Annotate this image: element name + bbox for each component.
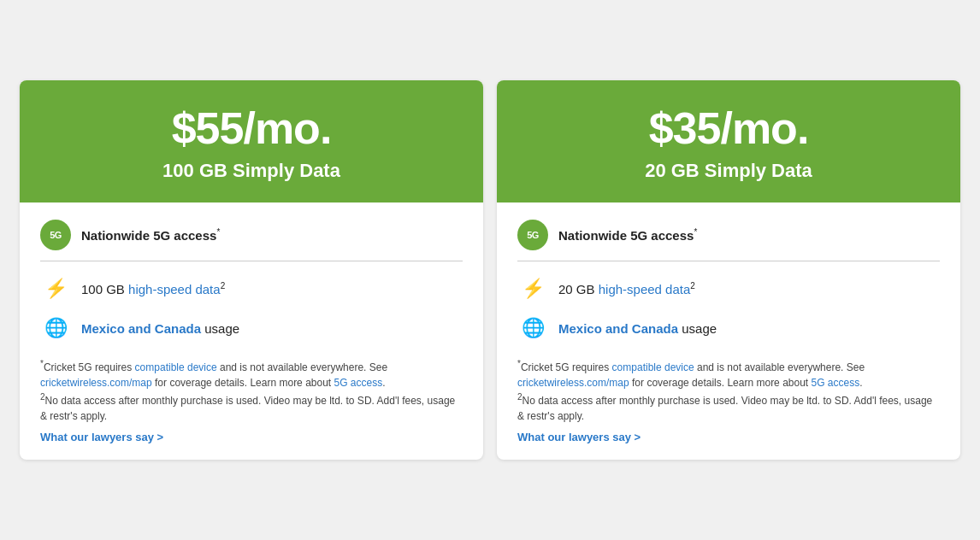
footnote-end-35: for coverage details. Learn more about — [629, 377, 812, 389]
5g-badge-35: 5G — [517, 220, 548, 250]
feature-5g-label-35: Nationwide 5G access — [558, 228, 694, 243]
plan-price-35: $35/mo. — [514, 104, 943, 153]
footnote-pre-55: Cricket 5G requires — [44, 361, 135, 373]
feature-5g-text-35: Nationwide 5G access* — [558, 227, 697, 243]
feature-5g-text-55: Nationwide 5G access* — [81, 227, 220, 243]
feature-5g-row-35: 5G Nationwide 5G access* — [517, 220, 940, 250]
feature-data-sup-35: 2 — [690, 281, 695, 291]
footnote-mid-55: and is not available everywhere. See — [217, 361, 387, 373]
footnote-period-35: . — [859, 377, 862, 389]
feature-location-suffix-35: usage — [678, 321, 717, 336]
footnote-period-55: . — [382, 377, 385, 389]
feature-data-row-55: ⚡ 100 GB high-speed data2 — [40, 273, 463, 304]
footnote-line2-55: No data access after monthly purchase is… — [40, 395, 455, 422]
lawyers-link-35[interactable]: What our lawyers say > — [517, 429, 641, 446]
footnote-compatible-link-55[interactable]: compatible device — [135, 361, 217, 373]
globe-icon-55: 🌐 — [40, 313, 71, 343]
plans-container: $55/mo. 100 GB Simply Data 5G Nationwide… — [20, 80, 960, 460]
divider-55 — [40, 261, 463, 261]
feature-5g-row-55: 5G Nationwide 5G access* — [40, 220, 463, 250]
feature-globe-row-55: 🌐 Mexico and Canada usage — [40, 313, 463, 343]
feature-data-text-55: 100 GB high-speed data2 — [81, 281, 225, 296]
footnote-end-55: for coverage details. Learn more about — [152, 377, 334, 389]
feature-data-prefix-55: 100 GB — [81, 282, 128, 296]
plan-data-label-35: 20 GB Simply Data — [514, 160, 943, 182]
feature-location-text-55: Mexico and Canada usage — [81, 321, 239, 336]
footnote-55: *Cricket 5G requires compatible device a… — [40, 357, 463, 446]
feature-5g-label-55: Nationwide 5G access — [81, 228, 216, 243]
plan-card-35: $35/mo. 20 GB Simply Data 5G Nationwide … — [497, 80, 960, 460]
feature-location-link-35[interactable]: Mexico and Canada — [558, 321, 678, 336]
feature-location-suffix-55: usage — [201, 321, 239, 336]
5g-icon-55: 5G — [40, 220, 71, 250]
lightning-icon-55: ⚡ — [40, 273, 71, 304]
divider-35 — [517, 261, 940, 261]
feature-data-text-35: 20 GB high-speed data2 — [558, 281, 695, 296]
5g-icon-35: 5G — [517, 220, 548, 250]
feature-5g-sup-35: * — [694, 227, 697, 237]
feature-data-link-55[interactable]: high-speed data — [128, 282, 221, 296]
footnote-35: *Cricket 5G requires compatible device a… — [517, 357, 940, 446]
card-body-35: 5G Nationwide 5G access* ⚡ 20 GB high-sp… — [497, 202, 960, 460]
plan-data-label-55: 100 GB Simply Data — [37, 160, 466, 182]
feature-data-prefix-35: 20 GB — [558, 282, 599, 296]
card-header-35: $35/mo. 20 GB Simply Data — [497, 80, 960, 202]
footnote-line2-35: No data access after monthly purchase is… — [517, 395, 932, 422]
lawyers-link-55[interactable]: What our lawyers say > — [40, 429, 163, 446]
footnote-compatible-link-35[interactable]: compatible device — [612, 361, 694, 373]
footnote-pre-35: Cricket 5G requires — [521, 361, 612, 373]
footnote-map-link-55[interactable]: cricketwireless.com/map — [40, 377, 152, 389]
plan-card-55: $55/mo. 100 GB Simply Data 5G Nationwide… — [20, 80, 483, 460]
feature-globe-row-35: 🌐 Mexico and Canada usage — [517, 313, 940, 343]
feature-data-sup-55: 2 — [221, 281, 226, 291]
feature-5g-sup-55: * — [216, 227, 220, 237]
5g-badge-55: 5G — [40, 220, 71, 250]
card-body-55: 5G Nationwide 5G access* ⚡ 100 GB high-s… — [20, 202, 483, 460]
feature-data-link-35[interactable]: high-speed data — [599, 282, 691, 296]
footnote-5g-link-35[interactable]: 5G access — [812, 377, 860, 389]
plan-price-55: $55/mo. — [37, 104, 466, 153]
feature-location-text-35: Mexico and Canada usage — [558, 321, 717, 336]
feature-location-link-55[interactable]: Mexico and Canada — [81, 321, 201, 336]
lightning-icon-35: ⚡ — [517, 273, 548, 304]
footnote-map-link-35[interactable]: cricketwireless.com/map — [517, 377, 629, 389]
card-header-55: $55/mo. 100 GB Simply Data — [20, 80, 483, 202]
footnote-5g-link-55[interactable]: 5G access — [334, 377, 383, 389]
feature-data-row-35: ⚡ 20 GB high-speed data2 — [517, 273, 940, 304]
globe-icon-35: 🌐 — [517, 313, 548, 343]
footnote-mid-35: and is not available everywhere. See — [694, 361, 865, 373]
